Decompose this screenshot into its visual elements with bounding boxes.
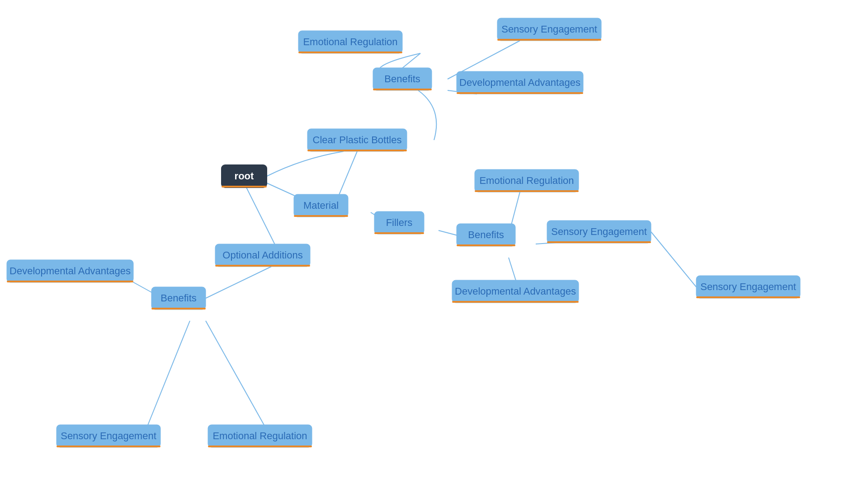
emotional-reg-fillers-border [475, 190, 579, 192]
conn16 [651, 232, 696, 287]
dev-adv-bottom-label: Developmental Advantages [9, 265, 131, 277]
sensory-eng-top-border [497, 39, 601, 41]
benefits-top-border [373, 89, 432, 90]
benefits-bottom-label: Benefits [160, 292, 197, 304]
sensory-eng-fillers2-border [696, 296, 800, 298]
sensory-eng-top-label: Sensory Engagement [501, 23, 597, 35]
benefits-fillers-label: Benefits [468, 229, 504, 240]
fillers-label: Fillers [386, 217, 413, 228]
root-border-bottom [222, 186, 267, 188]
optional-additions-label: Optional Additions [222, 249, 302, 261]
root-label: root [235, 170, 254, 182]
material-border [294, 215, 348, 217]
connector-clearplastic-benefits [418, 90, 436, 140]
material-label: Material [303, 200, 339, 211]
dev-adv-bottom-border [7, 281, 133, 282]
sensory-eng-fillers2-label: Sensory Engagement [700, 281, 796, 292]
sensory-eng-bottom-border [57, 446, 160, 447]
sensory-eng-fillers-label: Sensory Engagement [551, 226, 647, 237]
benefits-bottom-border [151, 308, 206, 310]
emotional-reg-fillers-label: Emotional Regulation [479, 175, 574, 186]
dev-adv-fillers-border [452, 301, 579, 303]
conn15 [206, 321, 269, 434]
sensory-eng-bottom-label: Sensory Engagement [61, 430, 156, 441]
connector-root-clearplastic [267, 151, 344, 176]
sensory-eng-fillers-border [547, 241, 651, 243]
emotional-reg-bottom-border [208, 446, 312, 447]
conn14 [145, 321, 190, 433]
emotional-reg-top-border [298, 52, 402, 53]
emotional-reg-top-label: Emotional Regulation [303, 36, 397, 47]
emotional-reg-bottom-label: Emotional Regulation [212, 430, 307, 441]
dev-adv-top-border [457, 92, 583, 94]
conn12 [206, 267, 271, 298]
mindmap: root Clear Plastic Bottles Benefits Emot… [0, 0, 868, 488]
clear-plastic-border [307, 150, 407, 151]
benefits-fillers-border [457, 244, 515, 246]
fillers-border [374, 232, 424, 234]
benefits-top-label: Benefits [384, 73, 420, 84]
dev-adv-fillers-label: Developmental Advantages [455, 286, 576, 297]
optional-additions-border [215, 265, 310, 267]
dev-adv-top-label: Developmental Advantages [459, 77, 580, 88]
clear-plastic-label: Clear Plastic Bottles [313, 134, 402, 145]
